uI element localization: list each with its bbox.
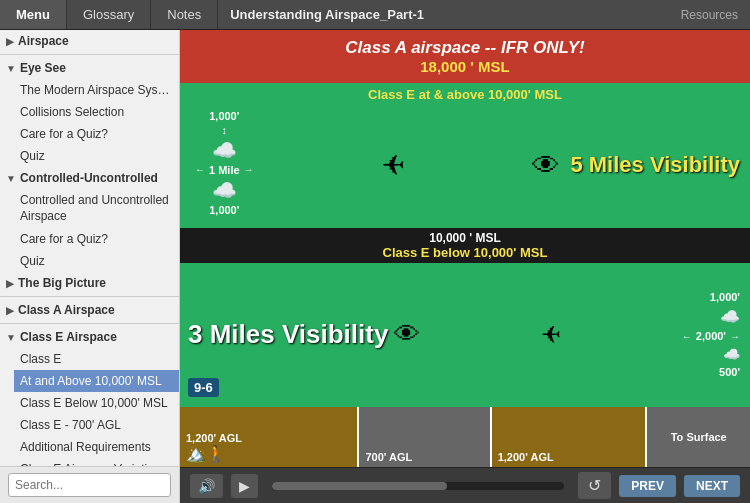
airspace-diagram: Class A airspace -- IFR ONLY! 18,000 ' M… — [180, 30, 750, 467]
tabs-area: Menu Glossary Notes — [0, 0, 218, 29]
sidebar: ▶ Airspace ▼ Eye See The Modern Airspace… — [0, 30, 180, 503]
airplane-icon-center: ✈ — [382, 149, 405, 182]
sidebar-item-modern-airspace[interactable]: The Modern Airspace System — [14, 79, 179, 101]
msl-divider: 10,000 ' MSL — [190, 231, 740, 245]
mountain-icons: 🏔️🚶 — [186, 444, 351, 463]
sidebar-section-eye-see[interactable]: ▼ Eye See — [0, 57, 179, 79]
search-input[interactable] — [8, 473, 171, 497]
sidebar-item-class-e[interactable]: Class E — [14, 348, 179, 370]
progress-bar[interactable] — [272, 482, 564, 490]
content-area: Class A airspace -- IFR ONLY! 18,000 ' M… — [180, 30, 750, 503]
sidebar-item-quiz-1[interactable]: Quiz — [14, 145, 179, 167]
cloud-icon-right: ☁️ — [720, 307, 740, 326]
search-area — [0, 466, 179, 503]
agl-700: 700' AGL — [365, 451, 483, 463]
dist-1000-right: 1,000' — [710, 291, 740, 303]
controlled-items: Controlled and Uncontrolled Airspace Car… — [0, 189, 179, 272]
divider — [0, 54, 179, 55]
volume-button[interactable]: 🔊 — [190, 474, 223, 498]
class-a-msl: 18,000 ' MSL — [190, 58, 740, 75]
progress-fill — [272, 482, 447, 490]
reload-button[interactable]: ↺ — [578, 472, 611, 499]
cloud-icon-right-2: ☁️ — [723, 346, 740, 362]
sidebar-item-700-agl[interactable]: Class E - 700' AGL — [14, 414, 179, 436]
agl-1200-left: 1,200' AGL — [186, 432, 351, 444]
badge-96: 9-6 — [188, 378, 219, 397]
arrow-icon: ▼ — [6, 332, 16, 343]
dist-1000-top: 1,000' — [209, 110, 239, 122]
arrow-icon: ▼ — [6, 63, 16, 74]
dist-1mile: 1 Mile — [209, 164, 240, 176]
tab-glossary[interactable]: Glossary — [67, 0, 151, 29]
sidebar-item-controlled-airspace[interactable]: Controlled and Uncontrolled Airspace — [14, 189, 179, 228]
airplane-icon-bottom: ✈ — [541, 321, 561, 349]
sidebar-item-quiz-2[interactable]: Quiz — [14, 250, 179, 272]
class-e-top-label: Class E at & above 10,000' MSL — [368, 87, 562, 102]
eye-see-items: The Modern Airspace System Collisions Se… — [0, 79, 179, 167]
visibility-bottom: 3 Miles Visibility — [180, 319, 388, 350]
cloud-icon-2: ☁️ — [212, 178, 237, 202]
dist-arrows: ↕ — [222, 124, 228, 136]
sidebar-item-collisions[interactable]: Collisions Selection — [14, 101, 179, 123]
bottom-bar: 🔊 ▶ ↺ PREV NEXT — [180, 467, 750, 503]
sidebar-item-additional-req[interactable]: Additional Requirements — [14, 436, 179, 458]
sidebar-section-controlled[interactable]: ▼ Controlled-Uncontrolled — [0, 167, 179, 189]
dist-1mile-left: ← — [195, 164, 205, 175]
dist-1mile-right: → — [244, 164, 254, 175]
resources-button[interactable]: Resources — [669, 8, 750, 22]
arrow-icon: ▶ — [6, 36, 14, 47]
prev-button[interactable]: PREV — [619, 475, 676, 497]
class-a-title: Class A airspace -- IFR ONLY! — [190, 38, 740, 58]
arrow-icon: ▼ — [6, 173, 16, 184]
sidebar-section-big-picture[interactable]: ▶ The Big Picture — [0, 272, 179, 294]
sidebar-item-care-quiz-2[interactable]: Care for a Quiz? — [14, 228, 179, 250]
arrow-icon: ▶ — [6, 278, 14, 289]
visibility-top: 5 Miles Visibility — [570, 152, 750, 178]
sidebar-item-care-quiz-1[interactable]: Care for a Quiz? — [14, 123, 179, 145]
content-title: Understanding Airspace_Part-1 — [218, 7, 668, 22]
eye-icon-top: 👁 — [532, 149, 560, 182]
play-button[interactable]: ▶ — [231, 474, 258, 498]
main-area: ▶ Airspace ▼ Eye See The Modern Airspace… — [0, 30, 750, 503]
tab-menu[interactable]: Menu — [0, 0, 67, 29]
to-surface: To Surface — [671, 430, 727, 444]
dist-1000-bot: 1,000' — [209, 204, 239, 216]
arrow-icon: ▶ — [6, 305, 14, 316]
class-e-items: Class E At and Above 10,000' MSL Class E… — [0, 348, 179, 466]
next-button[interactable]: NEXT — [684, 475, 740, 497]
divider — [0, 296, 179, 297]
cloud-icon: ☁️ — [212, 138, 237, 162]
class-e-below-label: Class E below 10,000' MSL — [190, 245, 740, 260]
sidebar-section-class-e[interactable]: ▼ Class E Airspace — [0, 326, 179, 348]
dist-500: 500' — [719, 366, 740, 378]
dist-2000: 2,000' — [696, 330, 726, 342]
tab-notes[interactable]: Notes — [151, 0, 218, 29]
sidebar-item-below-10000[interactable]: Class E Below 10,000' MSL — [14, 392, 179, 414]
divider — [0, 323, 179, 324]
sidebar-item-variations[interactable]: Class E Airspace Variations — [14, 458, 179, 466]
agl-1200-right: 1,200' AGL — [498, 451, 640, 463]
sidebar-scroll: ▶ Airspace ▼ Eye See The Modern Airspace… — [0, 30, 179, 466]
sidebar-section-airspace[interactable]: ▶ Airspace — [0, 30, 179, 52]
sidebar-section-class-a[interactable]: ▶ Class A Airspace — [0, 299, 179, 321]
eye-icon-bottom: 👁 — [394, 319, 420, 350]
sidebar-item-at-above-10000[interactable]: At and Above 10,000' MSL — [14, 370, 179, 392]
top-bar: Menu Glossary Notes Understanding Airspa… — [0, 0, 750, 30]
